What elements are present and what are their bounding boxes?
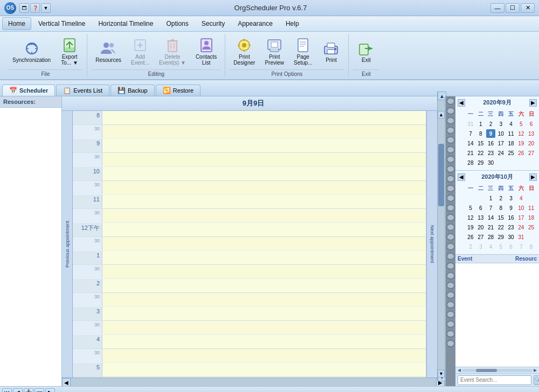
cal-day[interactable]: 2 xyxy=(486,120,495,128)
cal-day[interactable]: 1 xyxy=(486,194,495,202)
cal-day[interactable]: 22 xyxy=(496,223,506,232)
time-slots-scroll[interactable]: 8309301030113012下午30130230330430530 xyxy=(73,111,426,377)
cal-day[interactable]: 11 xyxy=(507,129,516,138)
cal-day[interactable]: 9 xyxy=(486,129,495,138)
cal-day[interactable]: 21 xyxy=(466,149,475,157)
events-scrollbar[interactable]: ◀ ▶ xyxy=(455,367,539,373)
nav-next-button[interactable]: ▶ xyxy=(45,388,55,393)
close-button[interactable]: ✕ xyxy=(521,3,535,13)
menu-appearance[interactable]: Appearance xyxy=(232,17,279,30)
cal-day[interactable]: 25 xyxy=(507,149,516,157)
cal-day[interactable]: 29 xyxy=(476,158,485,167)
cal-day[interactable]: 28 xyxy=(466,158,475,167)
menu-vertical-timeline[interactable]: Vertical Timeline xyxy=(32,17,91,30)
cal-day[interactable]: 3 xyxy=(507,194,516,202)
cal-day[interactable]: 11 xyxy=(527,204,536,212)
cal-day[interactable] xyxy=(476,194,485,202)
quick-dropdown-button[interactable]: ▼ xyxy=(41,3,51,13)
tab-scheduler[interactable]: 📅 Scheduler xyxy=(2,85,55,96)
cal-day[interactable]: 14 xyxy=(486,213,495,222)
cal-day[interactable] xyxy=(496,158,506,167)
cal-day[interactable]: 31 xyxy=(466,120,475,128)
cal-day[interactable]: 6 xyxy=(507,242,516,251)
cal-day[interactable]: 7 xyxy=(466,129,475,138)
ribbon-pagesetup-button[interactable]: PageSetup... xyxy=(290,34,316,68)
ribbon-resources-button[interactable]: Resources xyxy=(92,37,125,66)
cal-day[interactable]: 23 xyxy=(507,223,516,232)
cal-day[interactable]: 16 xyxy=(486,139,495,148)
cal-day[interactable]: 17 xyxy=(496,139,506,148)
cal-day[interactable]: 18 xyxy=(527,213,536,222)
cal-day[interactable]: 26 xyxy=(466,233,475,241)
cal-day[interactable]: 13 xyxy=(476,213,485,222)
next-appointment-button[interactable]: Next appointment xyxy=(426,111,437,377)
ribbon-printdesigner-button[interactable]: PrintDesigner xyxy=(230,34,259,68)
time-vscroll[interactable]: ▲ ▼ xyxy=(437,111,445,377)
cal-day[interactable]: 14 xyxy=(466,139,475,148)
cal-day[interactable]: 10 xyxy=(496,129,506,138)
menu-options[interactable]: Options xyxy=(160,17,194,30)
prev-appointment-button[interactable]: Previous appointment xyxy=(62,111,73,377)
menu-home[interactable]: Home xyxy=(2,17,31,30)
oct-next-button[interactable]: ▶ xyxy=(529,173,537,181)
cal-day[interactable]: 13 xyxy=(527,129,536,138)
cal-day[interactable]: 30 xyxy=(507,233,516,241)
cal-day[interactable]: 19 xyxy=(516,139,526,148)
sep-next-button[interactable]: ▶ xyxy=(529,99,537,107)
cal-day[interactable] xyxy=(527,194,536,202)
cal-day[interactable]: 23 xyxy=(486,149,495,157)
cal-day[interactable]: 8 xyxy=(496,204,506,212)
nav-add-button[interactable]: ➕ xyxy=(24,388,33,393)
tab-backup[interactable]: 💾 Backup xyxy=(110,85,155,96)
cal-day[interactable]: 4 xyxy=(486,242,495,251)
minimize-button[interactable]: — xyxy=(490,3,505,13)
cal-day[interactable]: 1 xyxy=(476,120,485,128)
cal-day[interactable] xyxy=(466,194,475,202)
ribbon-contacts-button[interactable]: ContactsList xyxy=(192,34,220,68)
cal-day[interactable]: 31 xyxy=(516,233,526,241)
cal-day[interactable]: 16 xyxy=(507,213,516,222)
cal-day[interactable]: 8 xyxy=(527,242,536,251)
cal-day[interactable]: 5 xyxy=(516,120,526,128)
nav-first-button[interactable]: ⏮ xyxy=(2,388,12,393)
cal-day[interactable]: 2 xyxy=(496,194,506,202)
cal-day[interactable]: 6 xyxy=(476,204,485,212)
cal-day[interactable]: 3 xyxy=(496,120,506,128)
ribbon-printpreview-button[interactable]: PrintPreview xyxy=(261,34,288,68)
cal-day[interactable]: 12 xyxy=(466,213,475,222)
cal-day[interactable]: 20 xyxy=(476,223,485,232)
quick-help-button[interactable]: ❓ xyxy=(30,3,40,13)
event-search-input[interactable] xyxy=(458,375,531,385)
quick-save-button[interactable]: 🗔 xyxy=(19,3,29,13)
time-scroll-down[interactable]: ▼ xyxy=(438,370,445,377)
cal-day[interactable] xyxy=(527,233,536,241)
cal-day[interactable]: 6 xyxy=(527,120,536,128)
ribbon-exit-button[interactable]: Exit xyxy=(353,37,379,66)
cal-day[interactable]: 18 xyxy=(507,139,516,148)
nav-remove-button[interactable]: ➖ xyxy=(34,388,44,393)
cal-day[interactable]: 20 xyxy=(527,139,536,148)
cal-day[interactable] xyxy=(527,158,536,167)
events-scroll-right[interactable]: ▶ xyxy=(533,368,538,373)
cal-day[interactable]: 21 xyxy=(486,223,495,232)
cal-day[interactable] xyxy=(516,158,526,167)
tab-events-list[interactable]: 📋 Events List xyxy=(56,85,109,96)
cal-day[interactable]: 3 xyxy=(476,242,485,251)
cal-day[interactable]: 4 xyxy=(516,194,526,202)
cal-day[interactable]: 25 xyxy=(527,223,536,232)
menu-horizontal-timeline[interactable]: Horizontal Timeline xyxy=(92,17,159,30)
cal-day[interactable]: 10 xyxy=(516,204,526,212)
sep-prev-button[interactable]: ◀ xyxy=(458,99,465,107)
menu-help[interactable]: Help xyxy=(280,17,305,30)
cal-day[interactable]: 15 xyxy=(496,213,506,222)
cal-day[interactable]: 19 xyxy=(466,223,475,232)
cal-day[interactable]: 17 xyxy=(516,213,526,222)
scroll-up-button[interactable]: ▲ xyxy=(438,96,445,100)
ribbon-sync-button[interactable]: Synchronization xyxy=(9,37,54,66)
cal-day[interactable]: 5 xyxy=(496,242,506,251)
cal-day[interactable]: 24 xyxy=(516,223,526,232)
cal-day[interactable]: 8 xyxy=(476,129,485,138)
cal-day[interactable]: 5 xyxy=(466,204,475,212)
cal-day[interactable]: 24 xyxy=(496,149,506,157)
cal-day[interactable]: 4 xyxy=(507,120,516,128)
